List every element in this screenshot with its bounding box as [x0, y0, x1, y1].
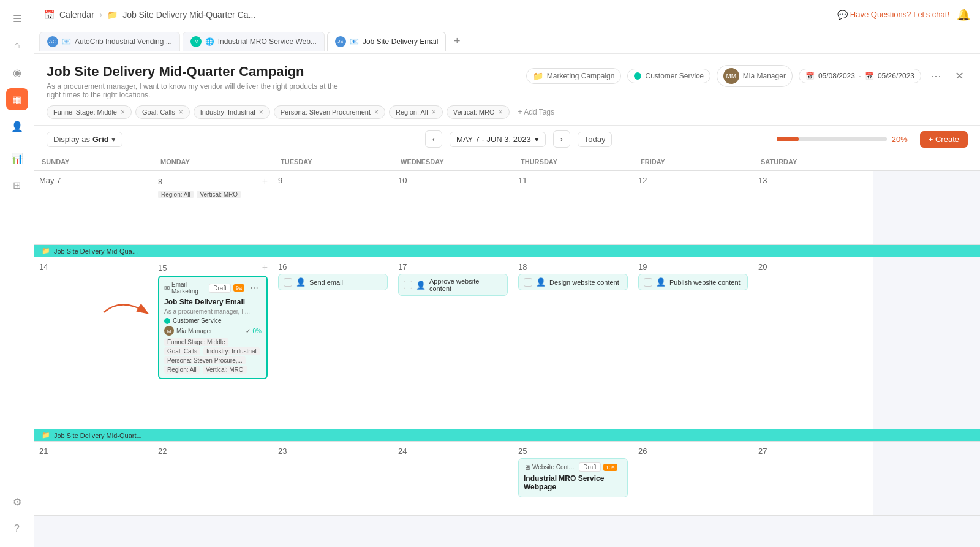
cell-may12: 12: [633, 171, 753, 244]
send-email-checkbox[interactable]: [284, 278, 292, 287]
today-button[interactable]: Today: [578, 132, 612, 147]
tab-jobsite-icon: 📧: [350, 37, 359, 46]
header-sunday: SUNDAY: [34, 153, 153, 170]
date-may19-label: 19: [638, 262, 647, 271]
campaign-audience-label: Customer Service: [645, 72, 703, 80]
approve-website-checkbox[interactable]: [404, 281, 412, 289]
web-event-status: Draft: [579, 462, 601, 472]
topbar: 📅 Calendar › 📁 Job Site Delivery Mid-Qua…: [34, 0, 980, 29]
add-tags-button[interactable]: + Add Tags: [513, 106, 560, 118]
cell-may20: 20: [753, 257, 873, 429]
campaign-bar-week1-label: Job Site Delivery Mid-Qua...: [54, 247, 138, 255]
tag-funnel[interactable]: Funnel Stage: Middle ×: [47, 105, 132, 119]
event-publish-website[interactable]: 👤 Publish website content: [638, 274, 748, 290]
header-thursday: THURSDAY: [513, 153, 633, 170]
event-website-content[interactable]: 🖥 Website Cont... Draft 10a Industrial M…: [518, 458, 628, 497]
date-may17-label: 17: [398, 262, 407, 271]
week3-block: 21 22 23 24 25: [34, 442, 980, 516]
create-button[interactable]: + Create: [920, 131, 968, 148]
display-as-selector[interactable]: Display as Grid ▾: [47, 132, 123, 147]
sidebar-item-help[interactable]: ?: [6, 518, 28, 540]
may8-tag-region: Region: All: [158, 191, 194, 198]
sidebar-item-settings[interactable]: ⚙: [6, 491, 28, 513]
event-tag-goal: Goal: Calls: [164, 347, 200, 355]
date-may27-label: 27: [758, 447, 767, 456]
tag-goal-remove[interactable]: ×: [179, 108, 183, 116]
web-event-title: Industrial MRO Service Webpage: [524, 474, 622, 491]
campaign-more-button[interactable]: ⋯: [927, 67, 944, 85]
notifications-bell[interactable]: 🔔: [957, 8, 970, 21]
header-tuesday: TUESDAY: [273, 153, 393, 170]
tag-funnel-remove[interactable]: ×: [121, 108, 125, 116]
sidebar-item-chart[interactable]: 📊: [6, 147, 28, 169]
prev-week-button[interactable]: ‹: [425, 130, 442, 148]
sidebar-item-home[interactable]: ⌂: [6, 34, 28, 56]
campaign-header: Job Site Delivery Mid-Quarter Campaign A…: [34, 54, 980, 126]
home-icon: ⌂: [14, 40, 20, 51]
grid-icon: ⊞: [13, 179, 21, 191]
sidebar-item-grid[interactable]: ⊞: [6, 174, 28, 196]
next-week-button[interactable]: ›: [553, 130, 570, 148]
topbar-campaign-name: Job Site Delivery Mid-Quarter Ca...: [123, 10, 255, 20]
tag-industry[interactable]: Industry: Industrial ×: [194, 105, 270, 119]
event-approve-website[interactable]: 👤 Approve website content: [398, 274, 508, 296]
tag-goal-label: Goal: Calls: [142, 108, 175, 116]
event-design-website[interactable]: 👤 Design website content: [518, 274, 628, 290]
manager-avatar: MM: [723, 68, 739, 84]
tab-add-button[interactable]: +: [448, 33, 466, 50]
tag-vertical[interactable]: Vertical: MRO ×: [447, 105, 510, 119]
sidebar-item-people[interactable]: 👤: [6, 115, 28, 137]
campaign-title: Job Site Delivery Mid-Quarter Campaign: [47, 64, 338, 80]
tab-job-site[interactable]: JS 📧 Job Site Delivery Email: [327, 32, 446, 51]
event-send-email[interactable]: 👤 Send email: [278, 274, 388, 290]
date-may26-label: 26: [638, 447, 647, 456]
sidebar-item-calendar[interactable]: ▦: [6, 88, 28, 110]
campaign-bar-week2[interactable]: 📁 Job Site Delivery Mid-Quart...: [34, 429, 980, 441]
tag-vertical-remove[interactable]: ×: [499, 108, 503, 116]
date-may7: May 7: [39, 176, 148, 185]
campaign-date-range[interactable]: 📅 05/08/2023 - 📅 05/26/2023: [799, 69, 921, 83]
tab-autocrib[interactable]: AC 📧 AutoCrib Industrial Vending ...: [39, 32, 180, 51]
sidebar-item-location[interactable]: ◉: [6, 61, 28, 83]
event-more-button[interactable]: ⋯: [247, 281, 262, 295]
date-may25-label: 25: [518, 447, 527, 456]
tag-industry-remove[interactable]: ×: [259, 108, 263, 116]
topbar-calendar-icon: 📅: [44, 10, 55, 20]
chat-link[interactable]: 💬 Have Questions? Let's chat!: [837, 10, 949, 20]
tag-persona[interactable]: Persona: Steven Procurement ×: [274, 105, 385, 119]
campaign-subtitle-line2: right times to the right locations.: [47, 91, 150, 99]
design-website-checkbox[interactable]: [524, 278, 532, 287]
add-event-may8[interactable]: +: [262, 176, 268, 187]
campaign-audience-pill[interactable]: Customer Service: [627, 69, 710, 83]
cell-may10: 10: [393, 171, 513, 244]
date-range-picker[interactable]: MAY 7 - JUN 3, 2023 ▾: [450, 132, 546, 147]
campaign-channel-pill[interactable]: 📁 Marketing Campaign: [526, 68, 622, 84]
campaign-close-button[interactable]: ✕: [951, 67, 968, 85]
campaign-manager-pill[interactable]: MM Mia Manager: [717, 65, 793, 87]
cell-may17: 17 👤 Approve website content: [393, 257, 513, 429]
week2-block: 14: [34, 257, 980, 442]
cell-may16: 16 👤 Send email: [273, 257, 393, 429]
cal-icon-start: 📅: [805, 72, 815, 80]
tag-persona-remove[interactable]: ×: [374, 108, 379, 116]
calendar-icon: ▦: [12, 94, 21, 105]
week3-cells: 21 22 23 24 25: [34, 442, 980, 516]
sidebar-menu-icon[interactable]: ☰: [6, 7, 28, 29]
publish-website-checkbox[interactable]: [644, 278, 652, 287]
date-may10-label: 10: [398, 176, 407, 185]
cell-may22: 22: [153, 442, 273, 515]
tab-industrial-mro[interactable]: IM 🌐 Industrial MRO Service Web...: [183, 32, 325, 51]
date-may11-label: 11: [518, 176, 527, 185]
date-may20-label: 20: [758, 262, 767, 271]
add-event-may15[interactable]: +: [262, 262, 268, 273]
cell-may9: 9: [273, 171, 393, 244]
campaign-bar-week1[interactable]: 📁 Job Site Delivery Mid-Qua...: [34, 245, 980, 257]
date-range-label: MAY 7 - JUN 3, 2023: [456, 135, 531, 144]
header-monday: MONDAY: [153, 153, 273, 170]
tag-region[interactable]: Region: All ×: [389, 105, 443, 119]
tag-region-remove[interactable]: ×: [432, 108, 436, 116]
tag-goal[interactable]: Goal: Calls ×: [135, 105, 190, 119]
event-job-site-email[interactable]: ✉ Email Marketing Draft 9a ⋯: [158, 276, 268, 379]
people-icon: 👤: [11, 121, 23, 132]
event-tag-region: Region: All: [164, 366, 200, 374]
